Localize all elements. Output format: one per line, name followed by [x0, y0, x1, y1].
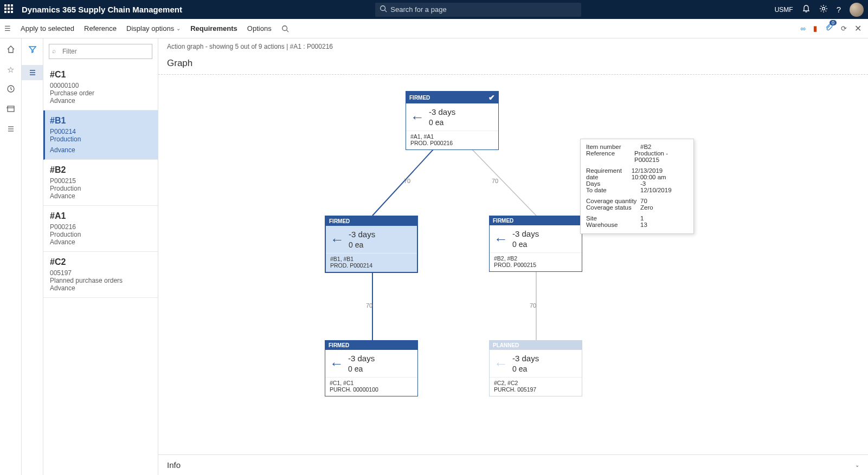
list-filter-input[interactable]	[49, 44, 152, 59]
list-item-number: 00000100	[50, 82, 151, 89]
refresh-icon[interactable]: ⟳	[841, 24, 847, 32]
list-item[interactable]: #B2P000215ProductionAdvance	[43, 160, 158, 206]
section-title-graph: Graph	[158, 55, 868, 75]
list-item-action: Advance	[50, 192, 151, 200]
cmd-apply-to-selected[interactable]: Apply to selected	[21, 24, 74, 32]
search-placeholder: Search for a page	[390, 5, 446, 14]
workspaces-icon[interactable]	[7, 105, 15, 115]
home-icon[interactable]	[7, 45, 15, 55]
notifications-icon[interactable]	[802, 4, 811, 15]
search-icon	[380, 5, 387, 14]
list-view-rail	[22, 38, 43, 475]
list-item-number: 005197	[50, 269, 151, 277]
cmd-options[interactable]: Options	[247, 24, 272, 32]
app-title: Dynamics 365 Supply Chain Management	[22, 5, 182, 14]
arrow-left-icon: ←	[494, 232, 508, 246]
list-item-id: #B1	[50, 116, 151, 126]
graph-node[interactable]: PLANNED ←-3 days0 ea #C2, #C2PURCH. 0051…	[489, 340, 582, 396]
attachments-icon[interactable]	[825, 23, 833, 34]
recent-icon[interactable]	[7, 84, 15, 95]
edge-label: 70	[404, 178, 410, 184]
cmd-display-options[interactable]: Display options⌄	[126, 24, 181, 32]
cmd-find[interactable]	[281, 25, 289, 32]
graph-node[interactable]: FIRMED ←-3 days0 ea #C1, #C1PURCH. 00000…	[325, 340, 418, 396]
edge-label: 70	[492, 178, 498, 184]
arrow-left-icon: ←	[330, 356, 344, 370]
list-item[interactable]: #B1P000214ProductionAdvance	[43, 110, 158, 160]
svg-point-0	[381, 6, 385, 11]
cmd-requirements[interactable]: Requirements	[190, 24, 237, 32]
left-rail: ☆	[0, 38, 22, 475]
edge-label: 70	[530, 302, 536, 309]
list-item-id: #B2	[50, 165, 151, 175]
filter-icon[interactable]	[28, 45, 37, 55]
list-item-number: P000214	[50, 128, 151, 135]
node-tooltip: Item number#B2 ReferenceProduction - P00…	[580, 139, 694, 234]
modules-icon[interactable]	[7, 125, 15, 135]
help-icon[interactable]: ?	[837, 5, 841, 14]
svg-line-5	[286, 30, 288, 32]
arrow-left-icon: ←	[330, 232, 344, 246]
list-item-action: Advance	[50, 238, 151, 246]
arrow-left-icon: ←	[494, 356, 508, 370]
settings-icon[interactable]	[819, 4, 828, 15]
legal-entity[interactable]: USMF	[775, 6, 793, 14]
list-item-type: Production	[50, 135, 151, 143]
list-view-icon[interactable]	[22, 65, 43, 80]
command-bar: ☰ Apply to selected Reference Display op…	[0, 19, 868, 38]
arrow-left-icon: ←	[410, 110, 425, 124]
list-item-id: #A1	[50, 211, 151, 221]
cmd-reference[interactable]: Reference	[84, 24, 117, 32]
list-item-number: P000215	[50, 177, 151, 185]
list-item-action: Advance	[50, 284, 151, 292]
list-item-type: Planned purchase orders	[50, 277, 151, 284]
svg-point-3	[822, 8, 825, 10]
list-item-type: Production	[50, 231, 151, 238]
global-search[interactable]: Search for a page	[375, 3, 581, 17]
graph-node[interactable]: FIRMED✔ ←-3 days0 ea #A1, #A1PROD. P0002…	[406, 91, 499, 150]
breadcrumb: Action graph - showing 5 out of 9 action…	[158, 38, 868, 55]
info-section-header[interactable]: Info ⌄	[158, 454, 868, 475]
list-item-id: #C2	[50, 257, 151, 267]
svg-line-1	[385, 10, 387, 12]
hamburger-icon[interactable]: ☰	[4, 24, 11, 32]
link-icon[interactable]: ∞	[801, 24, 806, 32]
chevron-down-icon: ⌄	[176, 25, 181, 31]
list-item[interactable]: #C2005197Planned purchase ordersAdvance	[43, 252, 158, 298]
list-item-type: Production	[50, 185, 151, 192]
check-icon: ✔	[488, 93, 495, 102]
list-item-number: P000216	[50, 223, 151, 231]
graph-canvas[interactable]: 70 70 70 70 FIRMED✔ ←-3 days0 ea #A1, #A…	[158, 75, 868, 447]
list-item-action: Advance	[50, 97, 151, 105]
list-item[interactable]: #C100000100Purchase orderAdvance	[43, 64, 158, 110]
user-avatar[interactable]	[850, 3, 864, 17]
chevron-down-icon: ⌄	[855, 462, 859, 468]
list-item[interactable]: #A1P000216ProductionAdvance	[43, 206, 158, 252]
graph-node[interactable]: FIRMED ←-3 days0 ea #B2, #B2PROD. P00021…	[489, 216, 582, 272]
search-icon: ⌕	[52, 47, 56, 55]
office-icon[interactable]: ▮	[813, 24, 817, 32]
main-content: Action graph - showing 5 out of 9 action…	[158, 38, 868, 475]
list-pane: ⌕ #C100000100Purchase orderAdvance#B1P00…	[43, 38, 158, 475]
edge-label: 70	[366, 302, 372, 309]
favorites-icon[interactable]: ☆	[7, 65, 14, 75]
app-launcher-icon[interactable]	[4, 4, 15, 15]
list-item-id: #C1	[50, 70, 151, 80]
graph-node[interactable]: FIRMED ←-3 days0 ea #B1, #B1PROD. P00021…	[325, 216, 418, 273]
close-icon[interactable]: ✕	[854, 23, 861, 34]
svg-rect-7	[8, 106, 14, 112]
global-nav-bar: Dynamics 365 Supply Chain Management Sea…	[0, 0, 868, 19]
horizontal-scrollbar[interactable]	[158, 447, 868, 454]
svg-point-4	[282, 25, 287, 30]
list-item-type: Purchase order	[50, 89, 151, 97]
list-item-action: Advance	[50, 146, 151, 154]
